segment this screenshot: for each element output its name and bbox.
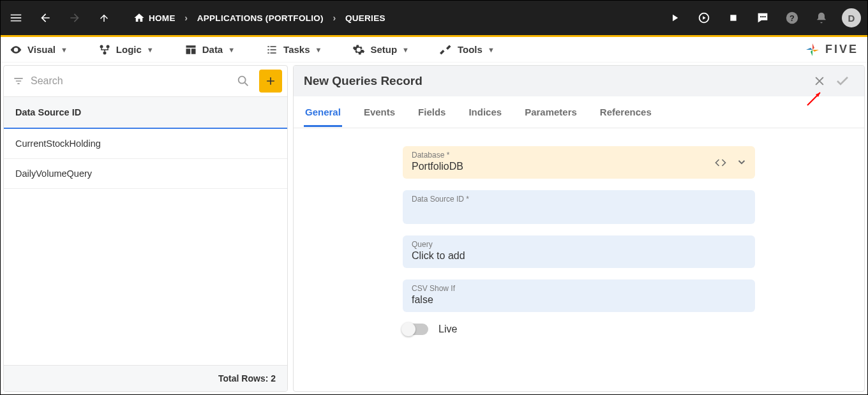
gear-icon (352, 43, 365, 56)
caret-down-icon: ▼ (228, 46, 235, 54)
add-button[interactable] (259, 70, 282, 93)
close-button[interactable] (808, 70, 831, 93)
inspect-icon[interactable] (695, 9, 713, 27)
bell-icon[interactable] (812, 9, 830, 27)
play-icon[interactable] (666, 9, 684, 27)
query-value: Click to add (412, 250, 746, 262)
datasource-field[interactable]: Data Source ID * (403, 190, 755, 224)
breadcrumb-home[interactable]: HOME (130, 12, 179, 24)
breadcrumb-applications[interactable]: APPLICATIONS (PORTFOLIO) (193, 13, 327, 23)
page-title: New Queries Record (304, 74, 423, 88)
chevron-right-icon: › (327, 13, 341, 23)
svg-point-2 (760, 16, 761, 17)
svg-point-4 (764, 16, 765, 17)
logo: FIVE (805, 42, 858, 57)
caret-down-icon: ▼ (61, 46, 68, 54)
database-value: PortfolioDB (412, 161, 746, 172)
hamburger-icon[interactable] (7, 9, 25, 27)
menu-data[interactable]: Data▼ (184, 43, 235, 56)
svg-point-9 (103, 51, 106, 54)
tab-references[interactable]: References (599, 98, 653, 126)
svg-point-10 (239, 77, 246, 84)
forward-icon (66, 9, 84, 27)
live-label: Live (438, 324, 457, 335)
csv-value: false (412, 294, 746, 306)
avatar[interactable]: D (842, 8, 861, 27)
query-field[interactable]: Query Click to add (403, 235, 755, 268)
save-button[interactable] (831, 70, 854, 93)
back-icon[interactable] (36, 9, 54, 27)
breadcrumb-home-label: HOME (149, 13, 176, 23)
logo-mark-icon (805, 42, 820, 57)
total-rows: Total Rows: 2 (4, 365, 287, 391)
list-item[interactable]: CurrentStockHolding (4, 129, 287, 159)
query-label: Query (412, 240, 746, 249)
live-toggle[interactable] (403, 324, 428, 335)
code-icon[interactable] (714, 156, 727, 169)
tab-parameters[interactable]: Parameters (523, 98, 578, 126)
tab-events[interactable]: Events (363, 98, 396, 126)
database-field[interactable]: Database * PortfolioDB (403, 146, 755, 179)
home-icon (133, 12, 145, 24)
csv-field[interactable]: CSV Show If false (403, 279, 755, 312)
menu-visual[interactable]: Visual▼ (10, 43, 68, 56)
menu-tools[interactable]: Tools▼ (440, 43, 495, 56)
svg-point-3 (762, 16, 763, 17)
tab-fields[interactable]: Fields (417, 98, 447, 126)
stop-icon[interactable] (724, 9, 742, 27)
filter-icon[interactable] (9, 70, 28, 92)
breadcrumb-queries[interactable]: QUERIES (341, 13, 389, 23)
database-label: Database * (412, 151, 746, 160)
datasource-value (412, 205, 746, 218)
search-input[interactable] (31, 75, 231, 87)
logic-icon (98, 43, 111, 56)
breadcrumb-applications-label: APPLICATIONS (PORTFOLIO) (197, 13, 324, 23)
caret-down-icon: ▼ (147, 46, 154, 54)
caret-down-icon: ▼ (402, 46, 409, 54)
chat-icon[interactable] (754, 9, 772, 27)
datasource-label: Data Source ID * (412, 195, 746, 204)
caret-down-icon: ▼ (315, 46, 322, 54)
up-icon[interactable] (95, 9, 113, 27)
csv-label: CSV Show If (412, 284, 746, 293)
chevron-down-icon[interactable] (736, 156, 747, 169)
close-icon (813, 75, 826, 87)
list-item[interactable]: DailyVolumeQuery (4, 159, 287, 189)
plus-icon (264, 75, 277, 87)
avatar-initial: D (848, 13, 855, 24)
svg-point-7 (100, 45, 103, 48)
tasks-icon (266, 43, 278, 56)
tab-indices[interactable]: Indices (467, 98, 503, 126)
svg-point-8 (106, 45, 109, 48)
column-header[interactable]: Data Source ID (4, 96, 287, 129)
caret-down-icon: ▼ (488, 46, 495, 54)
table-icon (184, 43, 197, 56)
menu-setup[interactable]: Setup▼ (352, 43, 409, 56)
chevron-right-icon: › (179, 13, 193, 23)
eye-icon (10, 43, 22, 56)
breadcrumb-queries-label: QUERIES (345, 13, 385, 23)
svg-text:?: ? (789, 13, 795, 23)
menu-tasks[interactable]: Tasks▼ (266, 43, 322, 56)
search-icon[interactable] (234, 70, 253, 92)
svg-rect-1 (730, 15, 736, 20)
tab-general[interactable]: General (304, 98, 342, 126)
logo-text: FIVE (825, 43, 858, 56)
menu-logic[interactable]: Logic▼ (98, 43, 154, 56)
tools-icon (440, 43, 453, 56)
check-icon (835, 73, 850, 89)
help-icon[interactable]: ? (783, 9, 801, 27)
